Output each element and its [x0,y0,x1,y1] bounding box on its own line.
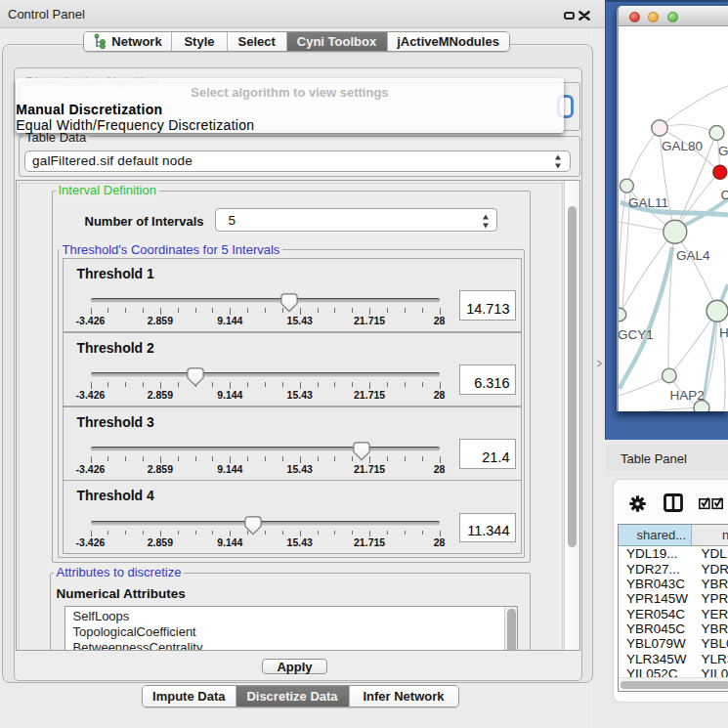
svg-text:GAL8: GAL8 [718,144,728,158]
svg-text:GAL80: GAL80 [662,139,703,153]
svg-text:GCY1: GCY1 [619,327,654,342]
svg-text:GAL4: GAL4 [676,248,710,263]
svg-text:C: C [721,188,728,202]
svg-text:HAP2: HAP2 [670,388,705,403]
svg-text:H: H [719,325,728,340]
svg-text:GAL11: GAL11 [628,195,668,210]
